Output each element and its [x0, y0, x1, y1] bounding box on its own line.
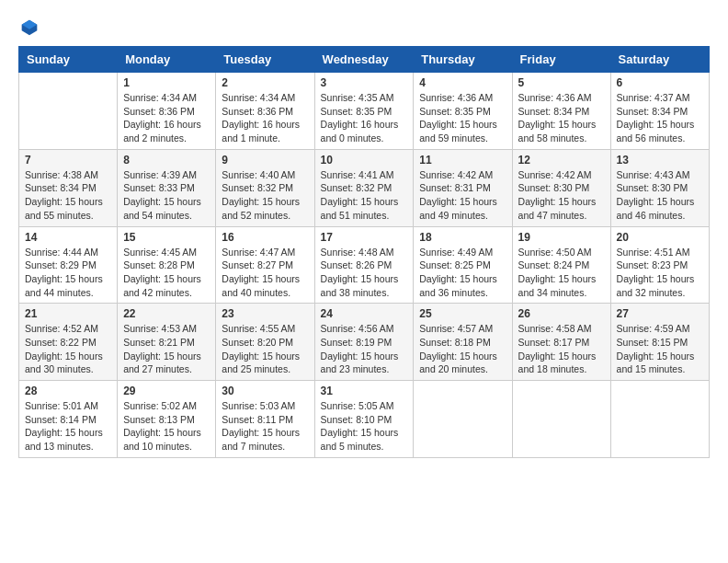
day-cell: 10Sunrise: 4:41 AM Sunset: 8:32 PM Dayli… — [314, 149, 414, 226]
day-cell: 27Sunrise: 4:59 AM Sunset: 8:15 PM Dayli… — [610, 304, 709, 381]
day-cell: 23Sunrise: 4:55 AM Sunset: 8:20 PM Dayli… — [216, 304, 314, 381]
day-cell: 24Sunrise: 4:56 AM Sunset: 8:19 PM Dayli… — [314, 304, 414, 381]
day-info: Sunrise: 5:03 AM Sunset: 8:11 PM Dayligh… — [222, 399, 308, 454]
header-tuesday: Tuesday — [216, 47, 314, 73]
day-number: 29 — [123, 385, 210, 397]
day-info: Sunrise: 4:56 AM Sunset: 8:19 PM Dayligh… — [321, 322, 408, 376]
day-number: 20 — [617, 231, 703, 244]
week-row-5: 28Sunrise: 5:01 AM Sunset: 8:14 PM Dayli… — [19, 381, 710, 458]
day-number: 18 — [419, 231, 506, 244]
day-number: 19 — [518, 231, 605, 244]
day-number: 14 — [25, 231, 111, 244]
header-monday: Monday — [118, 47, 216, 73]
day-info: Sunrise: 4:45 AM Sunset: 8:28 PM Dayligh… — [123, 246, 210, 300]
day-number: 5 — [518, 76, 605, 89]
day-number: 9 — [222, 154, 308, 167]
header-sunday: Sunday — [19, 47, 118, 73]
calendar-header-row: SundayMondayTuesdayWednesdayThursdayFrid… — [19, 47, 710, 73]
day-number: 1 — [123, 76, 210, 89]
day-cell: 25Sunrise: 4:57 AM Sunset: 8:18 PM Dayli… — [414, 304, 512, 381]
day-info: Sunrise: 4:42 AM Sunset: 8:31 PM Dayligh… — [419, 168, 506, 223]
page-header — [18, 18, 710, 37]
day-number: 11 — [419, 154, 506, 167]
day-cell: 17Sunrise: 4:48 AM Sunset: 8:26 PM Dayli… — [314, 226, 414, 304]
day-info: Sunrise: 4:48 AM Sunset: 8:26 PM Dayligh… — [321, 246, 408, 300]
day-info: Sunrise: 4:42 AM Sunset: 8:30 PM Dayligh… — [518, 168, 605, 223]
week-row-3: 14Sunrise: 4:44 AM Sunset: 8:29 PM Dayli… — [19, 226, 710, 304]
day-cell: 9Sunrise: 4:40 AM Sunset: 8:32 PM Daylig… — [216, 149, 314, 226]
header-thursday: Thursday — [414, 47, 512, 73]
day-info: Sunrise: 4:59 AM Sunset: 8:15 PM Dayligh… — [617, 322, 703, 376]
day-number: 22 — [123, 307, 210, 320]
day-number: 4 — [419, 76, 506, 89]
day-cell: 8Sunrise: 4:39 AM Sunset: 8:33 PM Daylig… — [118, 149, 216, 226]
day-number: 13 — [617, 154, 703, 167]
day-info: Sunrise: 4:58 AM Sunset: 8:17 PM Dayligh… — [518, 322, 605, 376]
day-cell: 22Sunrise: 4:53 AM Sunset: 8:21 PM Dayli… — [118, 304, 216, 381]
day-cell: 6Sunrise: 4:37 AM Sunset: 8:34 PM Daylig… — [610, 73, 709, 150]
day-cell — [19, 73, 118, 150]
day-cell: 12Sunrise: 4:42 AM Sunset: 8:30 PM Dayli… — [512, 149, 610, 226]
day-cell: 4Sunrise: 4:36 AM Sunset: 8:35 PM Daylig… — [414, 73, 512, 150]
day-number: 16 — [222, 231, 308, 244]
day-info: Sunrise: 4:47 AM Sunset: 8:27 PM Dayligh… — [222, 246, 308, 300]
day-cell: 15Sunrise: 4:45 AM Sunset: 8:28 PM Dayli… — [118, 226, 216, 304]
day-cell: 1Sunrise: 4:34 AM Sunset: 8:36 PM Daylig… — [118, 73, 216, 150]
day-number: 26 — [518, 307, 605, 320]
day-cell: 19Sunrise: 4:50 AM Sunset: 8:24 PM Dayli… — [512, 226, 610, 304]
day-cell: 30Sunrise: 5:03 AM Sunset: 8:11 PM Dayli… — [216, 381, 314, 458]
day-cell — [512, 381, 610, 458]
day-info: Sunrise: 4:36 AM Sunset: 8:35 PM Dayligh… — [419, 91, 506, 145]
day-info: Sunrise: 5:01 AM Sunset: 8:14 PM Dayligh… — [25, 399, 111, 454]
day-cell: 29Sunrise: 5:02 AM Sunset: 8:13 PM Dayli… — [118, 381, 216, 458]
day-number: 31 — [321, 385, 408, 397]
day-number: 6 — [617, 76, 703, 89]
header-saturday: Saturday — [610, 47, 709, 73]
day-cell: 26Sunrise: 4:58 AM Sunset: 8:17 PM Dayli… — [512, 304, 610, 381]
day-cell — [414, 381, 512, 458]
day-cell: 14Sunrise: 4:44 AM Sunset: 8:29 PM Dayli… — [19, 226, 118, 304]
day-cell: 16Sunrise: 4:47 AM Sunset: 8:27 PM Dayli… — [216, 226, 314, 304]
day-number: 25 — [419, 307, 506, 320]
day-info: Sunrise: 4:41 AM Sunset: 8:32 PM Dayligh… — [321, 168, 408, 223]
day-info: Sunrise: 4:53 AM Sunset: 8:21 PM Dayligh… — [123, 322, 210, 376]
day-cell: 31Sunrise: 5:05 AM Sunset: 8:10 PM Dayli… — [314, 381, 414, 458]
day-number: 15 — [123, 231, 210, 244]
logo-icon — [20, 18, 39, 37]
day-number: 21 — [25, 307, 111, 320]
day-info: Sunrise: 4:36 AM Sunset: 8:34 PM Dayligh… — [518, 91, 605, 145]
day-number: 7 — [25, 154, 111, 167]
week-row-2: 7Sunrise: 4:38 AM Sunset: 8:34 PM Daylig… — [19, 149, 710, 226]
calendar: SundayMondayTuesdayWednesdayThursdayFrid… — [18, 46, 710, 458]
day-info: Sunrise: 4:40 AM Sunset: 8:32 PM Dayligh… — [222, 168, 308, 223]
day-cell: 21Sunrise: 4:52 AM Sunset: 8:22 PM Dayli… — [19, 304, 118, 381]
day-info: Sunrise: 4:49 AM Sunset: 8:25 PM Dayligh… — [419, 246, 506, 300]
day-info: Sunrise: 4:34 AM Sunset: 8:36 PM Dayligh… — [123, 91, 210, 145]
day-cell: 20Sunrise: 4:51 AM Sunset: 8:23 PM Dayli… — [610, 226, 709, 304]
day-cell: 18Sunrise: 4:49 AM Sunset: 8:25 PM Dayli… — [414, 226, 512, 304]
day-number: 10 — [321, 154, 408, 167]
day-number: 8 — [123, 154, 210, 167]
day-number: 2 — [222, 76, 308, 89]
day-cell: 28Sunrise: 5:01 AM Sunset: 8:14 PM Dayli… — [19, 381, 118, 458]
day-info: Sunrise: 4:39 AM Sunset: 8:33 PM Dayligh… — [123, 168, 210, 223]
day-number: 3 — [321, 76, 408, 89]
day-cell: 13Sunrise: 4:43 AM Sunset: 8:30 PM Dayli… — [610, 149, 709, 226]
day-number: 30 — [222, 385, 308, 397]
day-cell: 2Sunrise: 4:34 AM Sunset: 8:36 PM Daylig… — [216, 73, 314, 150]
day-cell: 7Sunrise: 4:38 AM Sunset: 8:34 PM Daylig… — [19, 149, 118, 226]
day-cell: 3Sunrise: 4:35 AM Sunset: 8:35 PM Daylig… — [314, 73, 414, 150]
day-info: Sunrise: 4:55 AM Sunset: 8:20 PM Dayligh… — [222, 322, 308, 376]
day-info: Sunrise: 4:44 AM Sunset: 8:29 PM Dayligh… — [25, 246, 111, 300]
day-number: 27 — [617, 307, 703, 320]
day-info: Sunrise: 4:37 AM Sunset: 8:34 PM Dayligh… — [617, 91, 703, 145]
day-info: Sunrise: 4:34 AM Sunset: 8:36 PM Dayligh… — [222, 91, 308, 145]
day-number: 23 — [222, 307, 308, 320]
week-row-4: 21Sunrise: 4:52 AM Sunset: 8:22 PM Dayli… — [19, 304, 710, 381]
day-number: 28 — [25, 385, 111, 397]
day-number: 12 — [518, 154, 605, 167]
day-info: Sunrise: 5:02 AM Sunset: 8:13 PM Dayligh… — [123, 399, 210, 454]
day-info: Sunrise: 4:52 AM Sunset: 8:22 PM Dayligh… — [25, 322, 111, 376]
week-row-1: 1Sunrise: 4:34 AM Sunset: 8:36 PM Daylig… — [19, 73, 710, 150]
day-cell — [610, 381, 709, 458]
